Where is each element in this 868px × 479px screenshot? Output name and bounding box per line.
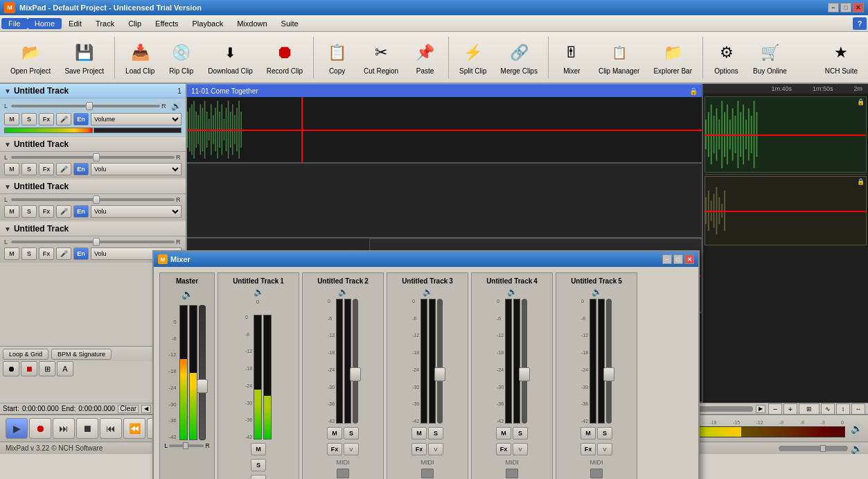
mixer-track-5-midi-1[interactable] [590, 469, 603, 478]
mixer-track-1-fx[interactable]: Fx [251, 475, 266, 479]
loop-grid-button[interactable]: Loop & Grid [3, 349, 48, 360]
mixer-track-4-mute[interactable]: M [496, 427, 511, 439]
mixer-track-2-fader-handle[interactable] [350, 367, 361, 381]
mixer-track-4-midi-1[interactable] [506, 469, 518, 478]
track-1-waveform[interactable]: 11-01 Come Together 🔒 [187, 84, 702, 164]
stop-icon[interactable]: ⏹ [21, 361, 37, 376]
track-3-pan-slider[interactable] [11, 198, 175, 201]
copy-button[interactable]: 📋 Copy [318, 35, 356, 80]
track-3-en-button[interactable]: En [73, 205, 89, 218]
menu-suite[interactable]: Suite [274, 18, 305, 29]
clear-button[interactable]: Clear [118, 405, 139, 413]
rip-clip-button[interactable]: 💿 Rip Clip [162, 35, 200, 80]
explorer-bar-button[interactable]: 📁 Explorer Bar [647, 35, 698, 80]
buy-online-button[interactable]: 🛒 Buy Online [747, 35, 793, 80]
mixer-track-2-mute[interactable]: M [327, 427, 342, 439]
menu-home[interactable]: Home [28, 18, 62, 29]
track-4-mic-button[interactable]: 🎤 [56, 247, 71, 260]
zoom-fit-button[interactable]: ⊞ [799, 403, 820, 415]
track-3-mute-button[interactable]: M [4, 205, 19, 218]
record-icon[interactable]: ⏺ [3, 361, 19, 376]
mixer-track-1-mute[interactable]: M [251, 443, 266, 455]
menu-effects[interactable]: Effects [148, 18, 185, 29]
mixer-track-4-fader-handle[interactable] [519, 367, 530, 381]
mixer-track-5-mute[interactable]: M [581, 427, 596, 439]
mixer-track-2-fx[interactable]: Fx [327, 443, 342, 455]
mixer-track-5-solo[interactable]: S [597, 427, 612, 439]
clip-manager-button[interactable]: 📋 Clip Manager [592, 35, 646, 80]
record-clip-button[interactable]: ⏺ Record Clip [260, 35, 309, 80]
mixer-master-pan[interactable] [169, 444, 204, 447]
track-1-type-select[interactable]: Volume [91, 113, 181, 125]
mixer-track-4-v[interactable]: V [513, 443, 528, 455]
zoom-out-button[interactable]: − [768, 403, 782, 415]
mixer-track-2-midi-1[interactable] [337, 469, 349, 478]
track-1-solo-button[interactable]: S [21, 113, 37, 125]
menu-file[interactable]: File [1, 18, 28, 29]
mixer-track-3-v[interactable]: V [428, 443, 443, 455]
mixer-track-2-fader[interactable] [353, 299, 358, 424]
paste-button[interactable]: 📌 Paste [406, 35, 444, 80]
help-button[interactable]: ? [853, 17, 867, 30]
mixer-maximize-button[interactable]: □ [673, 254, 683, 264]
maximize-button[interactable]: □ [840, 3, 851, 12]
track-1-collapse[interactable]: ▼ [4, 87, 11, 95]
mixer-track-4-solo[interactable]: S [513, 427, 528, 439]
mixer-close-button[interactable]: ✕ [684, 254, 694, 264]
footer-slider[interactable] [779, 446, 848, 451]
mixer-track-3-fx[interactable]: Fx [411, 443, 427, 455]
close-button[interactable]: ✕ [853, 3, 864, 12]
menu-track[interactable]: Track [89, 18, 121, 29]
mixer-track-3-fader-handle[interactable] [434, 367, 445, 381]
scroll-right-btn[interactable]: ▶ [756, 405, 765, 413]
split-clip-button[interactable]: ⚡ Split Clip [453, 35, 493, 80]
track-4-en-button[interactable]: En [73, 247, 89, 260]
track-1-mute-button[interactable]: M [4, 113, 19, 125]
track-3-mic-button[interactable]: 🎤 [56, 205, 71, 218]
track-3-fx-button[interactable]: Fx [39, 205, 54, 218]
track-1-fx-button[interactable]: Fx [39, 113, 54, 125]
track-3-type-select[interactable]: Volu [91, 205, 181, 218]
save-project-button[interactable]: 💾 Save Project [58, 35, 110, 80]
record-button[interactable]: ⏺ [29, 418, 51, 439]
mixer-track-2-solo[interactable]: S [344, 427, 359, 439]
zoom-arrows-button[interactable]: ↔ [851, 403, 865, 415]
stop-button[interactable]: ⏹ [76, 418, 98, 439]
track-2-solo-button[interactable]: S [21, 163, 37, 175]
output-icon[interactable]: 🔊 [851, 423, 862, 434]
minimize-button[interactable]: − [828, 3, 839, 12]
mixer-track-5-fx[interactable]: Fx [581, 443, 596, 455]
rewind-button[interactable]: ⏪ [123, 418, 145, 439]
track-4-collapse[interactable]: ▼ [4, 225, 11, 233]
track-2-waveform[interactable] [187, 164, 702, 238]
track-4-fx-button[interactable]: Fx [39, 247, 54, 260]
menu-clip[interactable]: Clip [121, 18, 148, 29]
track-2-mic-button[interactable]: 🎤 [56, 163, 71, 175]
track-2-mute-button[interactable]: M [4, 163, 19, 175]
mixer-track-3-fader[interactable] [437, 299, 443, 424]
track-2-fx-button[interactable]: Fx [39, 163, 54, 175]
grid-icon[interactable]: ⊞ [39, 361, 55, 376]
load-clip-button[interactable]: 📥 Load Clip [119, 35, 161, 80]
track-1-pan-slider[interactable] [11, 105, 160, 107]
bpm-button[interactable]: BPM & Signature [51, 349, 112, 360]
rewind-start-button[interactable]: ⏮ [100, 418, 122, 439]
track-2-en-button[interactable]: En [73, 163, 89, 175]
mixer-track-5-fader-handle[interactable] [603, 367, 614, 381]
mixer-track-2-v[interactable]: V [344, 443, 359, 455]
track-2-collapse[interactable]: ▼ [4, 141, 11, 148]
play-button[interactable]: ▶ [6, 418, 28, 439]
menu-mixdown[interactable]: Mixdown [230, 18, 274, 29]
track-4-mute-button[interactable]: M [4, 247, 19, 260]
merge-clips-button[interactable]: 🔗 Merge Clips [495, 35, 544, 80]
options-button[interactable]: ⚙ Options [707, 35, 745, 80]
mixer-track-5-fader[interactable] [606, 299, 612, 424]
nch-suite-button[interactable]: ★ NCH Suite [819, 35, 864, 80]
menu-edit[interactable]: Edit [62, 18, 89, 29]
open-project-button[interactable]: 📂 Open Project [4, 35, 57, 80]
mixer-track-3-midi-1[interactable] [421, 469, 434, 478]
mixer-track-3-mute[interactable]: M [411, 427, 427, 439]
scroll-left-btn[interactable]: ◀ [141, 405, 151, 413]
mixer-button[interactable]: 🎚 Mixer [553, 35, 591, 80]
mixer-track-3-solo[interactable]: S [428, 427, 443, 439]
